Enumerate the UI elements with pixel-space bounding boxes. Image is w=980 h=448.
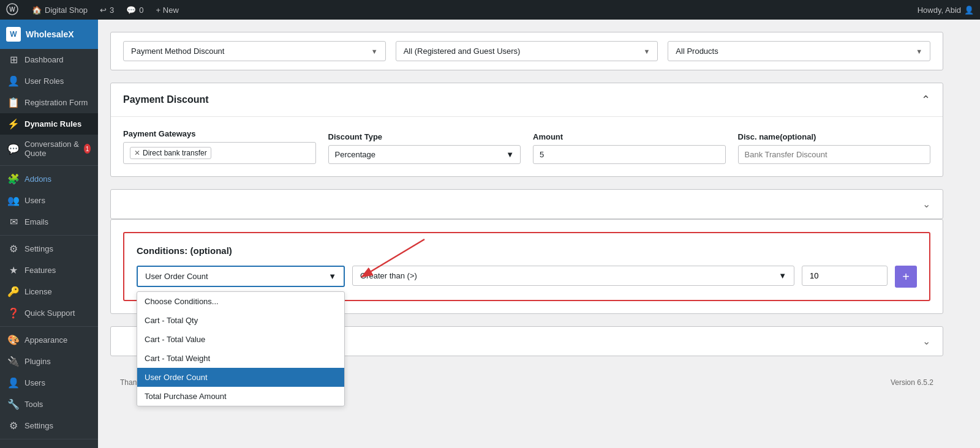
- adminbar-revisions[interactable]: ↩ 3: [94, 6, 120, 15]
- collapsed-section: ⌄: [110, 189, 943, 219]
- admin-bar: W 🏠 Digital Shop ↩ 3 💬 0 + New Howdy, Ab…: [0, 0, 980, 20]
- adminbar-new[interactable]: + New: [150, 6, 185, 15]
- condition-dropdown-menu: Choose Conditions... Cart - Total Qty Ca…: [137, 291, 345, 406]
- discount-type-label: Discount Type: [328, 132, 521, 141]
- sidebar-item-license[interactable]: 🔑 License: [0, 281, 98, 302]
- condition-option-choose[interactable]: Choose Conditions...: [137, 292, 344, 311]
- user-roles-icon: 👤: [7, 75, 20, 87]
- wp-logo-icon[interactable]: W: [6, 3, 18, 17]
- dynamic-rules-icon: ⚡: [7, 118, 20, 130]
- condition-option-cart-qty[interactable]: Cart - Total Qty: [137, 311, 344, 330]
- condition-chevron-icon: ▼: [328, 272, 336, 281]
- operator-dropdown[interactable]: Greater than (>) ▼: [352, 266, 794, 286]
- section-title: Payment Discount: [123, 94, 209, 105]
- amount-field: Amount: [533, 132, 726, 164]
- user-type-label: All (Registered and Guest Users): [404, 47, 521, 56]
- wp-settings-icon: ⚙: [7, 420, 20, 431]
- products-dropdown[interactable]: All Products ▼: [668, 41, 930, 61]
- svg-text:W: W: [9, 6, 15, 13]
- sidebar-item-emails[interactable]: ✉ Emails: [0, 211, 98, 233]
- plugins-icon: 🔌: [7, 356, 20, 367]
- wp-users-icon: 👤: [7, 377, 20, 389]
- adminbar-user: Howdy, Abid 👤: [918, 6, 974, 15]
- remove-tag-icon[interactable]: ✕: [134, 149, 140, 157]
- comment-icon: 💬: [126, 6, 136, 15]
- condition-value-input[interactable]: [802, 266, 888, 286]
- conditions-row: User Order Count ▼ Choose Conditions... …: [137, 266, 917, 288]
- second-collapsed-toggle-icon[interactable]: ⌄: [922, 335, 930, 347]
- sidebar-item-quick-support[interactable]: ❓ Quick Support: [0, 302, 98, 324]
- main-content-area: Payment Method Discount ▼ All (Registere…: [98, 20, 980, 448]
- payment-discount-section: Payment Discount ⌃ Payment Gateways ✕ Di…: [110, 83, 943, 177]
- sidebar-item-registration-form[interactable]: 📋 Registration Form: [0, 92, 98, 113]
- quick-support-icon: ❓: [7, 307, 20, 319]
- brand-header[interactable]: W WholesaleX: [0, 20, 98, 49]
- user-type-dropdown[interactable]: All (Registered and Guest Users) ▼: [396, 41, 658, 61]
- sidebar-item-wp-settings[interactable]: ⚙ Settings: [0, 415, 98, 436]
- sidebar-item-tools[interactable]: 🔧 Tools: [0, 394, 98, 415]
- conditions-section: Conditions: (optional) User Order Count …: [123, 232, 930, 301]
- condition-type-label: User Order Count: [145, 272, 208, 281]
- conversation-icon: 💬: [7, 143, 20, 155]
- sidebar-item-appearance[interactable]: 🎨 Appearance: [0, 329, 98, 351]
- disc-name-label: Disc. name(optional): [738, 132, 931, 141]
- adminbar-site[interactable]: 🏠 Digital Shop: [26, 6, 94, 15]
- amount-input[interactable]: [533, 145, 726, 164]
- tools-icon: 🔧: [7, 398, 20, 410]
- addons-icon: 🧩: [7, 173, 20, 185]
- sidebar-item-dynamic-rules[interactable]: ⚡ Dynamic Rules: [0, 113, 98, 135]
- operator-label: Greater than (>): [360, 271, 417, 280]
- payment-gateways-field: Payment Gateways ✕ Direct bank transfer: [123, 129, 316, 164]
- section-body: Payment Gateways ✕ Direct bank transfer …: [111, 117, 943, 176]
- amount-label: Amount: [533, 132, 726, 141]
- license-icon: 🔑: [7, 286, 20, 297]
- sidebar-item-wp-users[interactable]: 👤 Users: [0, 372, 98, 394]
- sidebar-item-plugins[interactable]: 🔌 Plugins: [0, 351, 98, 372]
- payment-gateways-input[interactable]: ✕ Direct bank transfer: [123, 142, 316, 164]
- registration-icon: 📋: [7, 97, 20, 108]
- discount-type-dropdown[interactable]: Percentage ▼: [328, 145, 521, 164]
- discount-type-chevron-icon: ▼: [506, 150, 514, 159]
- sidebar-collapse[interactable]: ◀ Collapse menu: [0, 442, 98, 448]
- user-avatar-icon: 👤: [964, 6, 974, 15]
- appearance-icon: 🎨: [7, 334, 20, 346]
- emails-icon: ✉: [7, 216, 20, 228]
- dashboard-icon: ⊞: [7, 54, 20, 65]
- discount-type-field: Discount Type Percentage ▼: [328, 132, 521, 164]
- sidebar-item-addons[interactable]: 🧩 Addons: [0, 168, 98, 190]
- revision-icon: ↩: [100, 6, 107, 15]
- section-collapse-icon[interactable]: ⌃: [921, 93, 930, 106]
- products-chevron-icon: ▼: [916, 48, 922, 55]
- disc-name-field: Disc. name(optional): [738, 132, 931, 164]
- collapsed-toggle-icon[interactable]: ⌄: [922, 198, 930, 210]
- version-label: Version 6.5.2: [891, 378, 933, 387]
- user-type-chevron-icon: ▼: [643, 48, 650, 55]
- sidebar-item-conversation-quote[interactable]: 💬 Conversation & Quote 1: [0, 135, 98, 163]
- add-condition-button[interactable]: +: [895, 266, 917, 288]
- products-label: All Products: [676, 47, 718, 56]
- users-icon: 👥: [7, 195, 20, 206]
- sidebar-item-features[interactable]: ★ Features: [0, 259, 98, 281]
- features-icon: ★: [7, 264, 20, 276]
- collapsed-header: ⌄: [111, 190, 943, 218]
- condition-option-cart-value[interactable]: Cart - Total Value: [137, 330, 344, 349]
- home-icon: 🏠: [32, 6, 42, 15]
- sidebar-item-settings[interactable]: ⚙ Settings: [0, 238, 98, 259]
- adminbar-comments[interactable]: 💬 0: [120, 6, 149, 15]
- rule-type-dropdown[interactable]: Payment Method Discount ▼: [123, 41, 386, 61]
- rule-type-label: Payment Method Discount: [131, 47, 224, 56]
- admin-sidebar: W WholesaleX ⊞ Dashboard 👤 User Roles 📋 …: [0, 20, 98, 448]
- sidebar-item-user-roles[interactable]: 👤 User Roles: [0, 70, 98, 92]
- condition-type-dropdown[interactable]: User Order Count ▼: [137, 266, 345, 287]
- payment-gateways-label: Payment Gateways: [123, 129, 316, 138]
- gateway-tag: ✕ Direct bank transfer: [130, 147, 211, 159]
- conditions-title: Conditions: (optional): [137, 245, 917, 256]
- conversation-badge: 1: [84, 144, 91, 154]
- brand-name: WholesaleX: [26, 29, 74, 39]
- disc-name-input[interactable]: [738, 145, 931, 164]
- condition-option-user-order-count[interactable]: User Order Count: [137, 368, 344, 387]
- condition-option-total-purchase[interactable]: Total Purchase Amount: [137, 387, 344, 406]
- condition-option-cart-weight[interactable]: Cart - Total Weight: [137, 349, 344, 368]
- sidebar-item-users[interactable]: 👥 Users: [0, 190, 98, 211]
- sidebar-item-dashboard[interactable]: ⊞ Dashboard: [0, 49, 98, 70]
